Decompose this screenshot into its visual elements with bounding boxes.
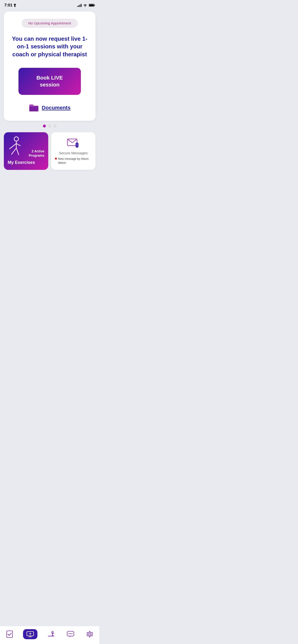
svg-line-9: [16, 148, 19, 155]
new-message-row: New message by Alison Welch: [55, 157, 92, 165]
svg-rect-3: [94, 5, 95, 6]
bottom-cards: 2 Active Programs My Exercises Secure Me…: [4, 132, 95, 170]
badge-label: No Upcoming Appointment: [28, 21, 71, 25]
secure-message-icon: [67, 137, 80, 148]
folder-icon: [29, 104, 39, 112]
exercises-card-title: My Exercises: [8, 160, 44, 165]
documents-link[interactable]: Documents: [29, 104, 71, 112]
svg-rect-2: [89, 4, 94, 6]
signal-icon: [77, 4, 82, 7]
dot-3: [54, 124, 56, 128]
pagination-dots: [0, 124, 99, 128]
location-icon: [14, 4, 16, 7]
status-time: 7:01: [4, 3, 16, 8]
messages-title: Secure Messages: [59, 151, 88, 155]
documents-label: Documents: [42, 105, 71, 111]
svg-line-6: [10, 144, 16, 149]
battery-icon: [89, 4, 95, 7]
new-message-dot: [55, 158, 57, 160]
svg-point-4: [14, 137, 19, 141]
status-bar: 7:01: [0, 0, 99, 10]
book-live-session-button[interactable]: Book LIVE session: [19, 68, 81, 95]
card-heading: You can now request live 1-on-1 sessions…: [10, 35, 90, 58]
messages-card[interactable]: Secure Messages New message by Alison We…: [51, 132, 95, 170]
exercises-card[interactable]: 2 Active Programs My Exercises: [4, 132, 48, 170]
svg-line-8: [12, 148, 16, 154]
svg-marker-0: [14, 4, 16, 7]
time-label: 7:01: [4, 3, 13, 8]
book-btn-line2: session: [33, 82, 67, 88]
status-icons: [77, 4, 95, 7]
svg-line-7: [16, 144, 20, 146]
new-message-text: New message by Alison Welch: [58, 157, 92, 165]
active-programs-label: 2 Active Programs: [29, 149, 44, 158]
wifi-icon: [83, 4, 87, 7]
no-appointment-badge: No Upcoming Appointment: [22, 19, 78, 28]
book-btn-line1: Book LIVE: [33, 74, 67, 82]
dot-2: [48, 124, 51, 128]
dot-1: [43, 124, 46, 128]
message-icon-wrap: [67, 137, 80, 148]
main-card: No Upcoming Appointment You can now requ…: [4, 12, 95, 121]
exercise-figure-icon: [6, 136, 23, 160]
